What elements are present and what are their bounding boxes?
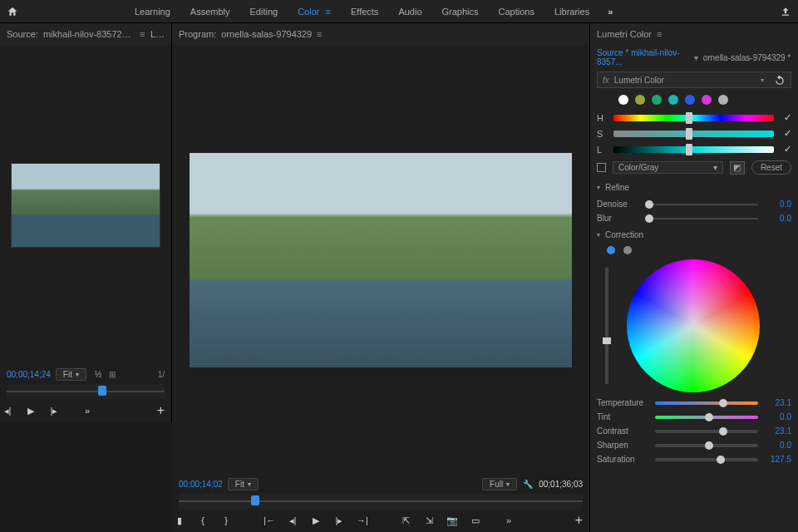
blur-slider[interactable]	[645, 218, 758, 219]
tint-value[interactable]: 0.0	[765, 412, 791, 421]
saturation-value[interactable]: 127.5	[765, 455, 791, 464]
contrast-value[interactable]: 23.1	[765, 426, 791, 436]
source-thumbnail	[11, 163, 160, 248]
colorgray-checkbox[interactable]	[597, 163, 606, 172]
panel-menu-icon[interactable]: ≡	[657, 29, 662, 39]
tint-slider[interactable]	[655, 416, 758, 419]
swatch-magenta[interactable]	[702, 95, 712, 105]
source-half[interactable]: ½	[95, 370, 101, 379]
workspace-graphics[interactable]: Graphics	[442, 7, 479, 17]
reset-button[interactable]: Reset	[751, 160, 791, 175]
program-full-select[interactable]: Full▾	[482, 478, 517, 490]
panel-menu-icon[interactable]: ≡	[140, 29, 145, 39]
lumetri-source-name[interactable]: Source * mikhail-nilov-8357...	[597, 48, 689, 66]
swatch-white[interactable]	[618, 95, 628, 105]
add-button[interactable]: +	[157, 403, 165, 418]
play-button[interactable]: ▶	[23, 403, 38, 418]
sharpen-value[interactable]: 0.0	[765, 441, 791, 450]
share-icon[interactable]	[780, 6, 791, 17]
workspace-captions[interactable]: Captions	[499, 7, 534, 17]
workspace-menu-icon[interactable]: ≡	[323, 7, 330, 17]
wheel-mode-1[interactable]	[607, 246, 615, 254]
source-res-icon[interactable]: ⊞	[106, 369, 118, 381]
contrast-slider[interactable]	[655, 430, 758, 433]
source-monitor[interactable]	[0, 45, 171, 365]
workspace-libraries[interactable]: Libraries	[554, 7, 589, 17]
workspace-editing[interactable]: Editing	[250, 7, 278, 17]
comp-view-button[interactable]: ▭	[468, 513, 483, 528]
wheel-mode-dots	[590, 244, 798, 256]
temperature-slider[interactable]	[655, 401, 758, 405]
source-ruler[interactable]	[7, 384, 165, 399]
wheel-mode-2[interactable]	[623, 246, 632, 254]
program-duration: 00;01;36;03	[539, 480, 583, 489]
step-fwd-button[interactable]: |▸	[332, 513, 347, 528]
add-button[interactable]: +	[575, 513, 583, 528]
export-frame-button[interactable]: 📷	[445, 513, 460, 528]
swatch-olive[interactable]	[635, 95, 645, 105]
program-overflow-button[interactable]: »	[501, 513, 516, 528]
program-ruler[interactable]	[179, 494, 583, 509]
lumetri-breadcrumb: Source * mikhail-nilov-8357... ▾ ornella…	[590, 45, 798, 70]
top-bar: Learning Assembly Editing Color ≡ Effect…	[0, 0, 798, 23]
denoise-slider[interactable]	[645, 204, 758, 205]
lum-slider[interactable]	[613, 146, 774, 153]
go-in-button[interactable]: |←	[262, 513, 277, 528]
source-overflow-button[interactable]: »	[80, 403, 95, 418]
denoise-value[interactable]: 0.0	[765, 200, 791, 209]
settings-icon[interactable]: 🔧	[522, 479, 534, 490]
step-back-button[interactable]: ◂|	[0, 403, 15, 418]
chevron-down-icon[interactable]: ▾	[694, 53, 698, 62]
panel-menu-icon[interactable]: ≡	[317, 29, 322, 39]
lumetri-effect-select[interactable]: fx Lumetri Color ▾	[597, 71, 791, 88]
colorgray-select[interactable]: Color/Gray▾	[613, 161, 723, 174]
go-out-button[interactable]: →|	[355, 513, 370, 528]
saturation-slider[interactable]	[655, 458, 758, 461]
program-playhead[interactable]	[251, 495, 259, 505]
workspace-assembly[interactable]: Assembly	[190, 7, 230, 17]
correction-section[interactable]: ▾Correction	[590, 225, 798, 244]
swatch-gray[interactable]	[718, 95, 728, 105]
sharpen-slider[interactable]	[655, 444, 758, 447]
program-monitor[interactable]	[172, 45, 589, 475]
invert-mask-button[interactable]: ◩	[730, 161, 745, 175]
home-icon[interactable]	[7, 6, 18, 17]
mark-in-button[interactable]: ▮	[172, 513, 187, 528]
saturation-label: Saturation	[597, 455, 648, 464]
refine-section[interactable]: ▾Refine	[590, 178, 798, 197]
lumetri-title: Lumetri Color	[597, 29, 652, 39]
source-timecode[interactable]: 00;00;14;24	[7, 370, 51, 379]
workspace-audio[interactable]: Audio	[398, 7, 421, 17]
swatch-green[interactable]	[652, 95, 662, 105]
source-transport: ◂| ▶ |▸ » +	[0, 399, 171, 422]
vslider-thumb[interactable]	[603, 337, 611, 344]
source-fit-select[interactable]: Fit▾	[56, 368, 86, 381]
luma-vslider[interactable]	[605, 268, 608, 384]
hue-slider[interactable]	[613, 115, 774, 121]
color-wheel-row: +	[590, 256, 798, 396]
source-playhead[interactable]	[98, 386, 106, 396]
extract-button[interactable]: ⇲	[421, 513, 436, 528]
swatch-blue[interactable]	[685, 95, 695, 105]
step-fwd-button[interactable]: |▸	[47, 403, 62, 418]
lum-check[interactable]: ✓	[784, 144, 791, 155]
workspace-effects[interactable]: Effects	[351, 7, 378, 17]
swatch-cyan[interactable]	[668, 95, 678, 105]
play-button[interactable]: ▶	[308, 513, 323, 528]
reset-icon[interactable]	[774, 74, 786, 86]
sat-slider[interactable]	[613, 131, 774, 137]
workspace-color[interactable]: Color ≡	[298, 7, 331, 17]
bracket-out-button[interactable]: }	[219, 513, 234, 528]
color-wheel[interactable]: +	[627, 259, 760, 392]
workspace-learning[interactable]: Learning	[135, 7, 170, 17]
sat-check[interactable]: ✓	[784, 128, 791, 139]
temperature-value[interactable]: 23.1	[765, 398, 791, 407]
blur-value[interactable]: 0.0	[765, 214, 791, 223]
program-timecode[interactable]: 00;00;14;02	[179, 480, 223, 489]
workspace-overflow[interactable]: »	[608, 7, 613, 17]
lift-button[interactable]: ⇱	[398, 513, 413, 528]
hue-check[interactable]: ✓	[784, 112, 791, 123]
program-fit-select[interactable]: Fit▾	[228, 478, 259, 490]
bracket-in-button[interactable]: {	[195, 513, 210, 528]
step-back-button[interactable]: ◂|	[285, 513, 300, 528]
